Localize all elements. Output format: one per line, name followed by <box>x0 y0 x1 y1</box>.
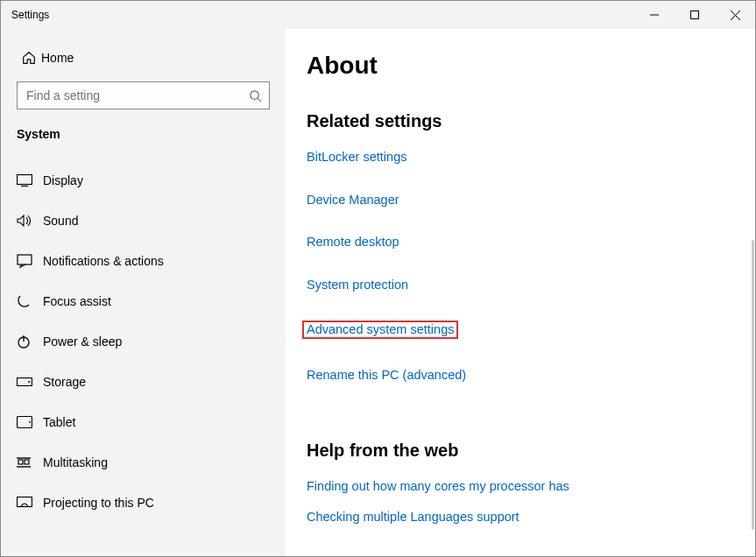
link-device-manager[interactable]: Device Manager <box>307 194 399 207</box>
sidebar-item-label: Storage <box>43 375 86 389</box>
help-heading: Help from the web <box>307 441 755 461</box>
sidebar-item-projecting[interactable]: Projecting to this PC <box>17 484 270 521</box>
sidebar-item-label: Focus assist <box>43 294 111 308</box>
sidebar-item-label: Notifications & actions <box>43 254 164 268</box>
svg-point-14 <box>29 421 31 423</box>
sidebar-item-notifications[interactable]: Notifications & actions <box>17 243 270 279</box>
link-system-protection[interactable]: System protection <box>307 278 408 292</box>
sidebar-item-focus-assist[interactable]: Focus assist <box>17 283 270 320</box>
svg-point-12 <box>28 381 30 383</box>
svg-rect-19 <box>18 497 32 507</box>
sidebar-item-label: Tablet <box>43 415 75 429</box>
related-settings-heading: Related settings <box>307 111 755 131</box>
link-remote-desktop[interactable]: Remote desktop <box>307 236 399 249</box>
home-icon <box>17 50 41 66</box>
svg-rect-8 <box>18 255 32 264</box>
sidebar-item-label: Multitasking <box>43 455 108 469</box>
svg-rect-18 <box>25 460 29 464</box>
sidebar-item-display[interactable]: Display <box>17 162 270 199</box>
notifications-icon <box>17 254 43 268</box>
focus-assist-icon <box>17 294 43 308</box>
search-field[interactable] <box>25 88 249 103</box>
projecting-icon <box>17 497 43 509</box>
search-icon <box>249 89 262 102</box>
sidebar-item-multitasking[interactable]: Multitasking <box>17 444 270 481</box>
sidebar-item-tablet[interactable]: Tablet <box>17 404 270 441</box>
link-rename-pc[interactable]: Rename this PC (advanced) <box>307 369 466 382</box>
sound-icon <box>17 214 43 228</box>
sidebar-item-label: Power & sleep <box>43 335 122 349</box>
close-button[interactable] <box>715 1 755 29</box>
main-panel: About Related settings BitLocker setting… <box>286 29 755 556</box>
sidebar-item-label: Display <box>43 173 83 187</box>
link-advanced-system-settings[interactable]: Advanced system settings <box>302 321 458 339</box>
link-help-languages[interactable]: Checking multiple Languages support <box>307 511 519 524</box>
svg-rect-17 <box>18 460 23 464</box>
sidebar: Home System Display Sound Notifica <box>1 29 286 556</box>
minimize-button[interactable] <box>634 1 675 29</box>
sidebar-item-label: Sound <box>43 214 78 228</box>
home-nav[interactable]: Home <box>17 50 270 66</box>
svg-rect-1 <box>691 11 699 19</box>
tablet-icon <box>17 416 43 428</box>
sidebar-item-power[interactable]: Power & sleep <box>17 323 270 360</box>
sidebar-item-label: Projecting to this PC <box>43 496 154 510</box>
link-help-cores[interactable]: Finding out how many cores my processor … <box>307 480 569 493</box>
svg-point-4 <box>251 90 258 98</box>
power-icon <box>17 335 43 349</box>
titlebar: Settings <box>1 1 755 29</box>
home-label: Home <box>41 51 74 65</box>
category-system[interactable]: System <box>17 127 270 141</box>
display-icon <box>17 174 43 187</box>
window-controls <box>634 1 755 29</box>
scrollbar[interactable] <box>752 240 754 530</box>
window-title: Settings <box>11 9 49 21</box>
svg-rect-6 <box>18 175 32 185</box>
link-bitlocker[interactable]: BitLocker settings <box>307 151 406 164</box>
sidebar-item-sound[interactable]: Sound <box>17 202 270 239</box>
sidebar-item-storage[interactable]: Storage <box>17 363 270 400</box>
search-input[interactable] <box>17 81 270 109</box>
svg-line-5 <box>258 98 261 102</box>
storage-icon <box>17 377 43 386</box>
page-title: About <box>307 52 755 80</box>
multitasking-icon <box>17 455 43 469</box>
maximize-button[interactable] <box>675 1 715 29</box>
